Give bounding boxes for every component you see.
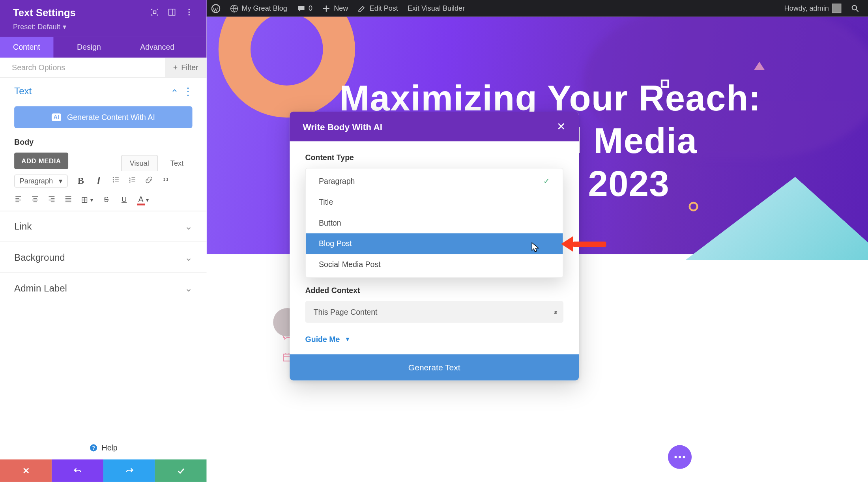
new-link[interactable]: New [317,0,353,17]
quote-icon[interactable] [161,176,170,186]
filter-button[interactable]: +Filter [165,58,207,77]
site-name-link[interactable]: My Great Blog [225,0,292,17]
chevron-down-icon: ⌄ [185,221,193,232]
select-arrows-icon: ▴▾ [554,308,555,315]
textcolor-icon[interactable]: A▾ [137,195,149,206]
search-input[interactable]: Search Options [0,58,165,77]
option-social-media[interactable]: Social Media Post [306,254,563,275]
option-label: Paragraph [319,177,355,186]
snap-icon[interactable] [167,7,176,19]
decor-small-triangle [754,62,765,70]
check-icon: ✓ [543,177,550,186]
ul-icon[interactable] [112,176,120,186]
section-link[interactable]: Link⌄ [0,211,207,241]
chevron-down-icon: ▼ [345,336,351,343]
add-media-button[interactable]: ADD MEDIA [14,153,68,169]
ai-modal-title: Write Body With AI [303,121,557,132]
generate-content-ai-button[interactable]: AI Generate Content With AI [14,106,192,128]
svg-point-10 [113,181,114,183]
panel-title: Text Settings [13,7,150,19]
italic-icon[interactable]: I [94,176,103,186]
align-left-icon[interactable] [14,195,22,206]
content-type-label: Content Type [305,153,563,162]
section-link-label: Link [14,221,32,232]
added-context-select[interactable]: This Page Content▴▾ [305,301,563,323]
table-icon[interactable]: ▾ [81,195,94,206]
underline-icon[interactable]: U [119,195,129,204]
chevron-down-icon: ▾ [63,22,66,31]
generate-text-button[interactable]: Generate Text [290,354,579,380]
option-label: Blog Post [319,239,352,248]
undo-button[interactable] [52,460,103,482]
more-icon[interactable] [185,7,194,19]
tab-design[interactable]: Design [64,37,114,58]
align-justify-icon[interactable] [64,195,73,206]
svg-point-5 [188,9,190,10]
align-right-icon[interactable] [47,195,56,206]
search-toggle[interactable] [846,0,864,17]
format-select[interactable]: Paragraph▾ [14,174,68,187]
write-body-ai-modal: Write Body With AI ✕ Content Type Paragr… [290,112,579,381]
help-link[interactable]: ?Help [0,436,207,460]
builder-fab[interactable] [668,445,692,469]
option-blog-post[interactable]: Blog Post [306,233,563,254]
avatar [832,4,841,13]
preset-selector[interactable]: Preset: Default▾ [13,22,193,31]
help-label: Help [102,443,118,452]
strike-icon[interactable]: S [101,195,111,204]
guide-me-label: Guide Me [305,335,340,344]
bold-icon[interactable]: B [76,176,86,186]
editor-tab-text[interactable]: Text [161,155,192,171]
ol-icon[interactable]: 123 [128,176,137,186]
section-background[interactable]: Background⌄ [0,241,207,272]
option-paragraph[interactable]: Paragraph✓ [306,171,563,192]
howdy-label: Howdy, admin [784,4,829,13]
section-admin-label[interactable]: Admin Label⌄ [0,273,207,303]
svg-point-6 [188,11,190,13]
decor-ring [219,17,355,118]
section-background-label: Background [14,252,65,263]
option-button[interactable]: Button [306,213,563,234]
section-text-header[interactable]: Text ⋮ [0,78,207,103]
site-name: My Great Blog [241,4,287,13]
redo-button[interactable] [103,460,155,482]
tab-advanced[interactable]: Advanced [127,37,187,58]
section-text-title: Text [14,86,171,97]
edit-post-link[interactable]: Edit Post [353,0,402,17]
close-icon[interactable]: ✕ [557,120,566,133]
expand-icon[interactable] [150,7,159,19]
richtext-toolbar: Paragraph▾ B I 123 ▾ S U A▾ [0,171,207,211]
comments-link[interactable]: 0 [292,0,317,17]
exit-vb-link[interactable]: Exit Visual Builder [403,0,470,17]
section-admin-label-label: Admin Label [14,283,67,293]
svg-rect-4 [169,9,175,15]
option-title[interactable]: Title [306,192,563,213]
chevron-up-icon[interactable] [171,86,178,97]
panel-footer [0,460,207,482]
cancel-button[interactable] [0,460,52,482]
section-more-icon[interactable]: ⋮ [183,88,192,94]
link-icon[interactable] [145,176,153,186]
wp-logo[interactable] [207,0,225,17]
align-center-icon[interactable] [31,195,39,206]
filter-label: Filter [181,63,198,72]
save-button[interactable] [155,460,207,482]
added-context-label: Added Context [305,286,563,295]
guide-me-toggle[interactable]: Guide Me▼ [305,335,563,344]
plus-icon: + [173,63,178,72]
exit-vb-label: Exit Visual Builder [408,4,465,13]
format-label: Paragraph [20,177,53,185]
svg-point-2 [852,5,857,9]
context-value: This Page Content [314,307,378,316]
body-field-label: Body [0,136,207,150]
option-label: Title [319,198,333,207]
chevron-down-icon: ⌄ [185,282,193,294]
annotation-arrow [561,236,606,252]
tab-content[interactable]: Content [0,37,53,58]
svg-point-7 [188,14,190,15]
svg-text:?: ? [92,445,95,451]
chevron-down-icon: ⌄ [185,252,193,263]
editor-tab-visual[interactable]: Visual [121,155,158,171]
svg-point-8 [113,177,114,178]
howdy-link[interactable]: Howdy, admin [780,0,846,17]
